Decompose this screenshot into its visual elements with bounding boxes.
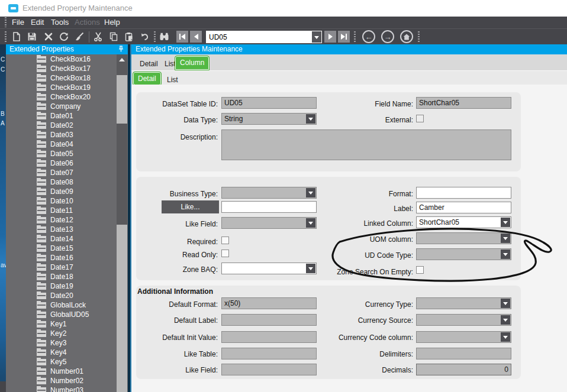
- search-icon[interactable]: [159, 31, 170, 43]
- chevron-down-icon[interactable]: [501, 299, 510, 308]
- record-input[interactable]: [206, 31, 311, 43]
- ud-code-type-dropdown[interactable]: [416, 248, 511, 260]
- cut-icon[interactable]: [92, 31, 104, 43]
- scroll-up-icon[interactable]: [119, 58, 125, 61]
- chevron-down-icon[interactable]: [501, 332, 510, 342]
- data-type-dropdown[interactable]: String: [221, 113, 317, 125]
- last-record-button[interactable]: [338, 31, 350, 43]
- refresh-icon[interactable]: [58, 31, 70, 43]
- tree-item[interactable]: Date06: [6, 158, 128, 168]
- tree-item[interactable]: CheckBox18: [6, 73, 128, 83]
- tree-item[interactable]: Company: [6, 102, 128, 111]
- tree-scrollbar[interactable]: [117, 54, 127, 392]
- tree-item[interactable]: Date19: [6, 281, 128, 291]
- folder-icon: [37, 170, 46, 176]
- save-icon[interactable]: [26, 31, 38, 43]
- delete-icon[interactable]: [43, 31, 54, 43]
- chevron-down-icon[interactable]: [306, 264, 315, 273]
- like-field-input[interactable]: [221, 201, 317, 213]
- tree-item[interactable]: Key5: [6, 357, 128, 367]
- read-only-checkbox[interactable]: [221, 250, 229, 257]
- tree-item[interactable]: Key1: [6, 319, 128, 329]
- zone-baq-dropdown[interactable]: [221, 263, 317, 274]
- description-textarea[interactable]: [221, 129, 511, 160]
- back-icon[interactable]: ←: [362, 30, 375, 43]
- chevron-down-icon[interactable]: [306, 114, 315, 124]
- record-combobox[interactable]: [206, 31, 322, 43]
- tree-item[interactable]: Date09: [6, 187, 128, 196]
- tree-item[interactable]: Date15: [6, 244, 128, 253]
- edge-letter: av: [1, 262, 6, 268]
- chevron-down-icon[interactable]: [501, 315, 510, 325]
- tree-item[interactable]: CheckBox20: [6, 92, 128, 102]
- undo-icon[interactable]: [138, 31, 150, 43]
- tree-item[interactable]: Date11: [6, 206, 128, 215]
- home-icon[interactable]: [400, 30, 413, 43]
- zone-search-checkbox[interactable]: [416, 266, 424, 274]
- tree-item[interactable]: Date02: [6, 121, 128, 130]
- external-checkbox[interactable]: [416, 115, 424, 122]
- tree-item[interactable]: GlobalLock: [6, 300, 128, 310]
- menu-edit[interactable]: Edit: [31, 18, 44, 27]
- tree-item[interactable]: Key3: [6, 338, 128, 348]
- paste-icon[interactable]: [123, 31, 135, 43]
- scrollbar-lower-region: [117, 225, 127, 392]
- tree-item[interactable]: Key4: [6, 348, 128, 357]
- chevron-down-icon[interactable]: [312, 31, 321, 43]
- like-field-dropdown[interactable]: [221, 217, 317, 229]
- like-button[interactable]: Like...: [162, 200, 219, 213]
- external-label: External:: [333, 116, 413, 124]
- tab-column-outer[interactable]: Column: [175, 56, 210, 70]
- tree-item[interactable]: CheckBox17: [6, 64, 128, 73]
- previous-record-button[interactable]: [190, 31, 202, 43]
- first-record-button[interactable]: [176, 31, 188, 43]
- chevron-down-icon[interactable]: [306, 188, 315, 197]
- required-checkbox[interactable]: [221, 237, 229, 244]
- tree-item[interactable]: Key2: [6, 329, 128, 338]
- label-input[interactable]: Camber: [416, 202, 511, 213]
- scrollbar-thumb[interactable]: [117, 75, 127, 124]
- new-icon[interactable]: [11, 31, 22, 43]
- forward-icon[interactable]: →: [381, 30, 394, 43]
- chevron-down-icon[interactable]: [501, 218, 510, 227]
- tree-item[interactable]: Date13: [6, 225, 128, 234]
- copy-icon[interactable]: [108, 31, 120, 43]
- tree-item[interactable]: Number02: [6, 376, 128, 385]
- pin-icon[interactable]: [118, 46, 124, 54]
- tree-item[interactable]: Date01: [6, 111, 128, 121]
- menu-file[interactable]: File: [12, 18, 24, 27]
- tree-item[interactable]: CheckBox16: [6, 54, 128, 64]
- clear-icon[interactable]: [73, 31, 85, 43]
- linked-column-dropdown[interactable]: ShortChar05: [416, 216, 511, 228]
- chevron-down-icon[interactable]: [501, 234, 510, 243]
- tree-item[interactable]: Date04: [6, 140, 128, 149]
- tree-item[interactable]: Number01: [6, 367, 128, 376]
- tree-item[interactable]: CheckBox19: [6, 83, 128, 92]
- tab-detail-outer[interactable]: Detail: [135, 57, 163, 70]
- currency-source-dropdown[interactable]: [416, 314, 511, 326]
- tree-item[interactable]: Number03: [6, 385, 128, 392]
- currency-type-dropdown[interactable]: [416, 297, 511, 309]
- tree-item[interactable]: Date07: [6, 168, 128, 177]
- menu-help[interactable]: Help: [104, 18, 120, 27]
- currency-code-column-dropdown[interactable]: [416, 331, 511, 343]
- tree-item[interactable]: GlobalUD05: [6, 310, 128, 319]
- tree-item[interactable]: Date20: [6, 291, 128, 300]
- menu-tools[interactable]: Tools: [51, 18, 69, 27]
- tree-item[interactable]: Date05: [6, 149, 128, 158]
- tree-item[interactable]: Date16: [6, 253, 128, 263]
- business-type-dropdown[interactable]: [221, 187, 317, 199]
- tab-detail-inner[interactable]: Detail: [133, 72, 162, 86]
- tree-item[interactable]: Date14: [6, 234, 128, 244]
- tree-item[interactable]: Date17: [6, 263, 128, 272]
- next-record-button[interactable]: [324, 31, 336, 43]
- format-input[interactable]: [416, 187, 511, 199]
- tree-item[interactable]: Date12: [6, 215, 128, 225]
- tree-item[interactable]: Date03: [6, 130, 128, 140]
- chevron-down-icon[interactable]: [501, 250, 510, 259]
- uom-column-dropdown[interactable]: [416, 232, 511, 244]
- tree-item[interactable]: Date10: [6, 196, 128, 206]
- tree-item[interactable]: Date08: [6, 177, 128, 187]
- chevron-down-icon[interactable]: [306, 218, 315, 228]
- tree-item[interactable]: Date18: [6, 272, 128, 281]
